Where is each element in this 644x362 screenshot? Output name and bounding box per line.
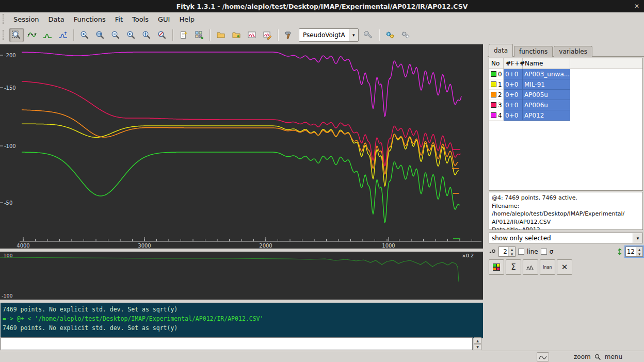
execute-script-button[interactable] [383, 28, 397, 42]
add-peak-mode-button[interactable] [40, 28, 55, 42]
history-down-button[interactable]: ▼ [474, 344, 481, 351]
sum-button[interactable]: Σ [506, 259, 521, 275]
functions-icon [526, 263, 535, 271]
shift-spinner[interactable]: 12 ▲ ▼ [625, 246, 643, 257]
filter-dropdown-value: show only selected [489, 235, 633, 242]
menu-tools[interactable]: Tools [127, 13, 153, 25]
tab-variables[interactable]: variables [554, 46, 592, 57]
view-data-button[interactable] [245, 28, 259, 42]
aux-plot[interactable]: -100 -100 ×0.2 [0, 252, 483, 300]
dataset-row[interactable]: 20+0AP005u [489, 90, 642, 100]
menu-session[interactable]: Session [9, 13, 44, 25]
sigma-checkbox[interactable] [541, 249, 547, 255]
spectrum-curve-ap006u [22, 81, 461, 166]
tab-functions[interactable]: functions [514, 46, 553, 57]
sidebar-tabs: data functions variables [489, 44, 592, 57]
magnifier-icon[interactable] [594, 354, 601, 360]
line-checkbox[interactable] [518, 249, 524, 255]
statusbar: zoom menu [0, 351, 644, 362]
spin-down-button[interactable]: ▼ [636, 252, 642, 256]
zoom-out-button[interactable] [108, 28, 123, 42]
functions-preview-button[interactable] [523, 259, 538, 275]
dataset-count-cell: 0+0 [504, 100, 523, 110]
new-session-button[interactable] [176, 28, 191, 42]
load-data-button[interactable] [214, 28, 228, 42]
fit-run-button[interactable] [282, 28, 296, 42]
spin-up-button[interactable]: ▲ [509, 247, 515, 252]
tab-data[interactable]: data [489, 44, 513, 57]
delete-button-glyph: ✕ [561, 262, 568, 272]
close-button[interactable]: ✕ [634, 0, 639, 12]
svg-text:2000: 2000 [259, 243, 272, 249]
header-count: #F+# [504, 58, 523, 69]
auto-add-button[interactable] [361, 28, 376, 42]
spin-up-button[interactable]: ▲ [636, 247, 642, 252]
curve-points-icon [27, 30, 37, 40]
data-range-mode-button[interactable] [25, 28, 39, 42]
menu-fit[interactable]: Fit [110, 13, 127, 25]
dataset-manager-button[interactable] [192, 28, 206, 42]
spinner-arrows: ▲ ▼ [636, 247, 642, 256]
menu-help[interactable]: Help [174, 13, 199, 25]
zoom-menu-label[interactable]: zoom [574, 353, 591, 360]
zoom-reset-button[interactable] [155, 28, 169, 42]
dataset-colors-icon [492, 263, 501, 271]
dataset-count-cell: 0+0 [504, 110, 523, 121]
sidebar-panel: data functions variables No #F+# Name 00… [488, 44, 644, 351]
green-peak-icon [43, 30, 52, 40]
command-input-row: ▲ ▼ [1, 337, 481, 350]
menu-gui[interactable]: GUI [153, 13, 174, 25]
delete-button[interactable]: ✕ [557, 259, 572, 275]
spin-down-button[interactable]: ▼ [509, 252, 515, 256]
edit-data-button[interactable] [260, 28, 275, 42]
dataset-name-cell: AP012 [523, 110, 570, 121]
magnifier-plus-icon [80, 30, 89, 40]
main-plot[interactable]: 4000300020001000-200-150-100-50 [0, 44, 483, 249]
magnifier-select-icon [12, 30, 21, 40]
command-input[interactable] [1, 337, 473, 350]
menu-functions[interactable]: Functions [69, 13, 110, 25]
color-grid-button[interactable] [489, 259, 504, 275]
vertical-splitter[interactable] [483, 44, 488, 351]
dataset-row[interactable]: 00+0AP003_unwa... [489, 69, 642, 79]
info-line: @4: 7469 points, 7469 active. [492, 194, 640, 202]
zoom-all-button[interactable] [93, 28, 107, 42]
dataset-number-cell: 1 [489, 79, 504, 90]
magnifier-left-icon [126, 30, 136, 40]
rerun-script-button[interactable] [398, 28, 413, 42]
svg-text:1000: 1000 [382, 243, 395, 249]
peak-type-combobox[interactable]: PseudoVoigtA▾ [299, 28, 359, 42]
zoom-mode-button[interactable] [9, 28, 24, 42]
zoom-prev-button[interactable] [124, 28, 138, 42]
dataset-count-cell: 0+0 [504, 90, 523, 100]
dataset-color-chip [491, 81, 496, 87]
chart-frame-icon [247, 30, 256, 40]
filter-dropdown[interactable]: show only selected ▾ [489, 233, 643, 243]
console-line: 7469 points. No explicit std. dev. Set a… [3, 305, 484, 314]
history-up-button[interactable]: ▲ [474, 337, 481, 344]
zoom-vert-button[interactable] [139, 28, 154, 42]
dataset-row[interactable]: 10+0MIL-91 [489, 79, 642, 90]
dataset-row[interactable]: 30+0AP006u [489, 100, 642, 110]
append-data-button[interactable] [229, 28, 244, 42]
main-plot-svg: 4000300020001000-200-150-100-50 [0, 44, 483, 249]
toolbar: PseudoVoigtA▾ [0, 26, 644, 44]
peak-type-value: PseudoVoigtA [299, 31, 349, 39]
svg-text:3000: 3000 [138, 243, 151, 249]
menu-data[interactable]: Data [44, 13, 69, 25]
aux-plot-svg [0, 252, 483, 300]
dataset-row[interactable]: 40+0AP012 [489, 110, 642, 121]
open-folder-plus-icon [232, 30, 241, 40]
toolbar-separator [210, 29, 211, 41]
aux-config-button[interactable] [537, 352, 549, 361]
output-console: 7469 points. No explicit std. dev. Set a… [1, 303, 484, 338]
formula-button[interactable]: lnan [540, 259, 555, 275]
header-name: Name [523, 58, 570, 69]
activate-function-mode-button[interactable] [56, 28, 70, 42]
mini-plot-icon [539, 354, 547, 360]
config-menu-label[interactable]: menu [605, 353, 622, 360]
gears-gray-icon [401, 30, 410, 40]
toolbar-separator [278, 29, 279, 41]
zoom-in-button[interactable] [77, 28, 92, 42]
point-size-spinner[interactable]: 2 ▲ ▼ [498, 246, 516, 257]
